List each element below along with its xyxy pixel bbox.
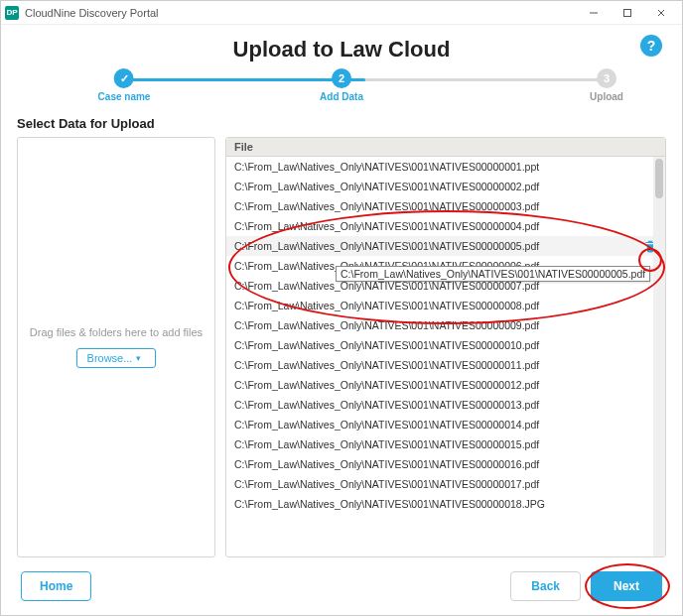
next-button[interactable]: Next — [591, 571, 662, 601]
file-path-tooltip: C:\From_Law\Natives_Only\NATIVES\001\NAT… — [336, 266, 650, 282]
step-add-data[interactable]: 2 Add Data — [320, 68, 363, 102]
step-case-name[interactable]: ✓ Case name — [98, 68, 151, 102]
file-row[interactable]: C:\From_Law\Natives_Only\NATIVES\001\NAT… — [226, 177, 665, 196]
browse-label: Browse... — [87, 352, 133, 364]
page-header: Upload to Law Cloud ? ✓ Case name 2 Add … — [1, 25, 682, 112]
file-dropzone[interactable]: Drag files & folders here to add files B… — [17, 137, 215, 557]
page-title: Upload to Law Cloud — [17, 37, 666, 62]
file-row[interactable]: C:\From_Law\Natives_Only\NATIVES\001\NAT… — [226, 296, 665, 315]
step-label: Case name — [98, 91, 151, 102]
help-icon[interactable]: ? — [640, 35, 662, 57]
file-row[interactable]: C:\From_Law\Natives_Only\NATIVES\001\NAT… — [226, 375, 665, 395]
titlebar: DP CloudNine Discovery Portal — [1, 1, 682, 25]
section-title: Select Data for Upload — [17, 116, 666, 131]
svg-rect-1 — [624, 9, 631, 16]
step-number-icon: 3 — [597, 68, 616, 88]
step-check-icon: ✓ — [114, 68, 134, 88]
minimize-button[interactable] — [577, 1, 611, 25]
browse-button[interactable]: Browse... ▾ — [76, 348, 157, 368]
file-row[interactable]: C:\From_Law\Natives_Only\NATIVES\001\NAT… — [226, 216, 665, 236]
file-row[interactable]: C:\From_Law\Natives_Only\NATIVES\001\NAT… — [226, 355, 665, 375]
home-button[interactable]: Home — [21, 571, 91, 601]
file-row[interactable]: C:\From_Law\Natives_Only\NATIVES\001\NAT… — [226, 415, 665, 434]
file-row[interactable]: C:\From_Law\Natives_Only\NATIVES\001\NAT… — [226, 315, 665, 335]
app-window: DP CloudNine Discovery Portal Upload to … — [0, 0, 683, 616]
file-row[interactable]: C:\From_Law\Natives_Only\NATIVES\001\NAT… — [226, 395, 665, 415]
chevron-down-icon: ▾ — [136, 353, 141, 363]
app-logo-icon: DP — [5, 6, 19, 20]
wizard-stepper: ✓ Case name 2 Add Data 3 Upload — [47, 68, 636, 108]
maximize-button[interactable] — [611, 1, 644, 25]
file-row[interactable]: C:\From_Law\Natives_Only\NATIVES\001\NAT… — [226, 434, 665, 454]
file-row[interactable]: C:\From_Law\Natives_Only\NATIVES\001\NAT… — [226, 454, 665, 474]
file-row[interactable]: C:\From_Law\Natives_Only\NATIVES\001\NAT… — [226, 335, 665, 355]
file-row[interactable]: C:\From_Law\Natives_Only\NATIVES\001\NAT… — [226, 474, 665, 494]
close-button[interactable] — [644, 1, 678, 25]
scrollbar-thumb[interactable] — [655, 159, 663, 198]
file-list: C:\From_Law\Natives_Only\NATIVES\001\NAT… — [226, 157, 665, 556]
step-label: Upload — [590, 91, 623, 102]
step-label: Add Data — [320, 91, 363, 102]
back-button[interactable]: Back — [510, 571, 581, 601]
page-body: Select Data for Upload Drag files & fold… — [1, 112, 682, 557]
file-row[interactable]: C:\From_Law\Natives_Only\NATIVES\001\NAT… — [226, 196, 665, 216]
dropzone-hint: Drag files & folders here to add files — [30, 326, 203, 338]
step-upload[interactable]: 3 Upload — [590, 68, 623, 102]
file-list-panel: File C:\From_Law\Natives_Only\NATIVES\00… — [225, 137, 666, 557]
window-title: CloudNine Discovery Portal — [25, 7, 159, 19]
stepper-track — [124, 78, 607, 81]
window-controls — [577, 1, 678, 25]
wizard-footer: Home Back Next — [1, 557, 682, 615]
file-column-header[interactable]: File — [226, 138, 665, 157]
file-row[interactable]: C:\From_Law\Natives_Only\NATIVES\001\NAT… — [226, 157, 665, 177]
file-row[interactable]: C:\From_Law\Natives_Only\NATIVES\001\NAT… — [226, 236, 665, 256]
panels: Drag files & folders here to add files B… — [17, 137, 666, 557]
file-row[interactable]: C:\From_Law\Natives_Only\NATIVES\001\NAT… — [226, 494, 665, 514]
file-list-scrollbar[interactable] — [653, 157, 665, 556]
step-number-icon: 2 — [332, 68, 351, 88]
